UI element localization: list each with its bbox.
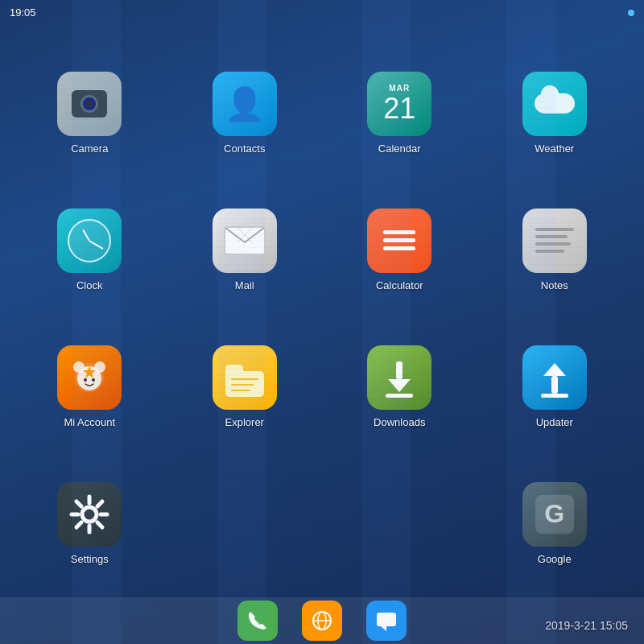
empty-icon-2 <box>367 491 431 555</box>
explorer-icon <box>213 345 277 410</box>
app-downloads[interactable]: Downloads <box>326 322 473 451</box>
weather-label: Weather <box>535 142 574 155</box>
svg-rect-17 <box>541 394 568 398</box>
svg-rect-12 <box>396 361 402 379</box>
mi-account-label: Mi Account <box>64 416 115 428</box>
notes-line-4 <box>535 250 564 253</box>
downloads-icon <box>367 345 431 410</box>
downloads-label: Downloads <box>374 416 425 428</box>
updater-icon <box>522 345 587 410</box>
calendar-day: 21 <box>383 94 415 123</box>
settings-icon <box>57 482 122 547</box>
calendar-label: Calendar <box>378 142 421 155</box>
svg-point-5 <box>84 378 87 382</box>
calc-line-1 <box>383 230 415 234</box>
empty-slot-4-3 <box>326 459 473 588</box>
google-icon: G <box>522 482 587 547</box>
google-label: Google <box>538 553 572 565</box>
svg-rect-8 <box>225 365 243 374</box>
calculator-icon <box>367 208 431 273</box>
app-updater[interactable]: Updater <box>481 322 629 451</box>
contacts-person-icon: 👤 <box>225 88 265 120</box>
app-mi-account[interactable]: Mi Account <box>16 322 163 451</box>
app-calendar[interactable]: MAR 21 Calendar <box>326 48 473 177</box>
app-grid: Camera 👤 Contacts MAR 21 Calendar Weathe… <box>0 40 644 596</box>
svg-marker-31 <box>381 626 386 631</box>
svg-line-25 <box>97 502 102 506</box>
svg-point-18 <box>82 507 97 522</box>
notes-line-3 <box>535 242 571 246</box>
notes-label: Notes <box>541 279 568 291</box>
app-clock[interactable]: Clock <box>16 185 163 314</box>
cloud-shape <box>535 93 575 114</box>
notes-line-2 <box>535 235 568 238</box>
app-weather[interactable]: Weather <box>481 48 629 177</box>
svg-rect-14 <box>386 394 413 398</box>
empty-slot-4-2 <box>171 459 319 588</box>
svg-marker-13 <box>388 379 411 392</box>
dock-messages[interactable] <box>366 601 407 641</box>
svg-line-24 <box>97 522 102 527</box>
envelope-shape <box>224 226 266 255</box>
app-settings[interactable]: Settings <box>16 459 163 588</box>
mi-account-icon <box>57 345 122 410</box>
weather-icon <box>522 72 587 136</box>
app-calculator[interactable]: Calculator <box>326 185 473 314</box>
notes-icon <box>522 208 587 273</box>
contacts-icon: 👤 <box>213 72 277 136</box>
google-g-letter: G <box>544 499 564 529</box>
timestamp: 2019-3-21 15:05 <box>545 619 628 632</box>
app-mail[interactable]: Mail <box>171 185 319 314</box>
app-camera[interactable]: Camera <box>16 48 163 177</box>
camera-label: Camera <box>71 142 108 155</box>
svg-rect-15 <box>551 376 558 394</box>
svg-line-23 <box>76 502 81 506</box>
calendar-icon: MAR 21 <box>367 72 431 136</box>
explorer-label: Explorer <box>225 416 264 428</box>
app-explorer[interactable]: Explorer <box>171 322 319 451</box>
contacts-label: Contacts <box>224 142 265 155</box>
wifi-indicator <box>628 10 634 16</box>
empty-icon <box>213 491 277 555</box>
svg-marker-16 <box>543 363 566 376</box>
clock-icon <box>57 208 122 273</box>
dock-browser[interactable] <box>302 601 342 641</box>
clock-minute-hand <box>89 240 104 249</box>
svg-rect-30 <box>377 613 396 626</box>
app-contacts[interactable]: 👤 Contacts <box>171 48 319 177</box>
status-time: 19:05 <box>10 6 36 19</box>
calculator-label: Calculator <box>376 279 423 291</box>
clock-hour-hand <box>82 229 90 241</box>
mail-icon <box>213 208 277 273</box>
clock-label: Clock <box>76 279 103 291</box>
updater-label: Updater <box>536 416 573 428</box>
status-bar: 19:05 <box>10 6 634 19</box>
settings-label: Settings <box>71 553 109 565</box>
app-notes[interactable]: Notes <box>481 185 629 314</box>
svg-point-6 <box>92 378 95 382</box>
dock-phone[interactable] <box>237 601 278 641</box>
mail-label: Mail <box>235 279 254 291</box>
notes-line-1 <box>535 228 574 231</box>
svg-line-26 <box>76 522 81 527</box>
calc-line-3 <box>383 246 415 250</box>
calc-line-2 <box>383 238 415 242</box>
camera-icon <box>57 72 122 136</box>
app-google[interactable]: G Google <box>481 459 629 588</box>
